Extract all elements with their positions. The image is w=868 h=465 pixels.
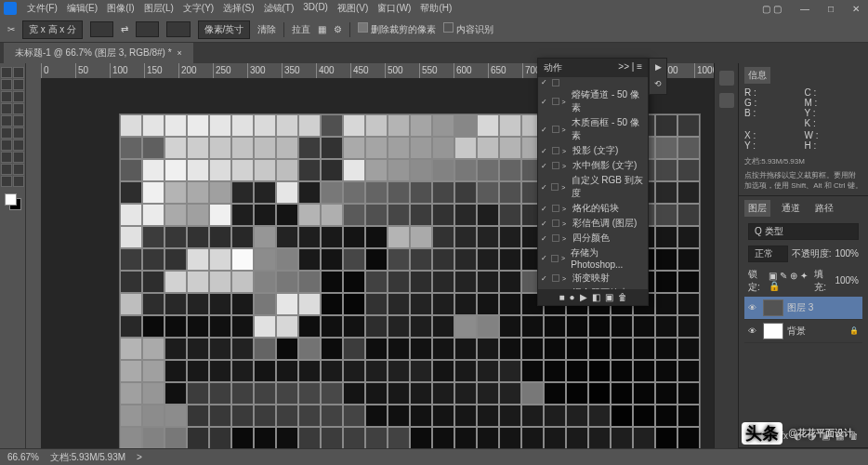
menu-item[interactable]: 文件(F)	[22, 0, 62, 17]
dodge-tool[interactable]	[13, 140, 24, 151]
repeat-action-icon[interactable]: ⟲	[652, 79, 664, 90]
menu-item[interactable]: 滤镜(T)	[259, 0, 299, 17]
expand-icon[interactable]: >	[562, 99, 570, 105]
lock-icons[interactable]: ▣ ✎ ⊕ ✦ 🔒	[769, 271, 810, 291]
layer-row[interactable]: 👁图层 3	[744, 297, 862, 320]
menu-item[interactable]: 图层(L)	[139, 0, 178, 17]
clear-button[interactable]: 清除	[257, 23, 276, 36]
gradient-tool[interactable]	[13, 127, 24, 139]
action-check[interactable]: ✓	[541, 126, 549, 134]
action-footer-icon[interactable]: ◧	[592, 292, 600, 302]
visibility-icon[interactable]: 👁	[748, 326, 759, 336]
tab-close-icon[interactable]: ×	[178, 48, 182, 58]
layers-tab[interactable]: 图层	[744, 200, 770, 217]
straighten-button[interactable]: 拉直	[292, 23, 310, 36]
expand-icon[interactable]: >	[562, 220, 570, 227]
type-tool[interactable]	[13, 152, 24, 163]
action-dialog-icon[interactable]	[551, 255, 559, 262]
properties-panel-icon[interactable]	[719, 93, 734, 108]
action-check[interactable]: ✓	[541, 274, 549, 283]
delete-cropped-checkbox[interactable]: 删除裁剪的像素	[358, 22, 436, 36]
info-tab[interactable]: 信息	[744, 67, 770, 84]
history-brush-tool[interactable]	[13, 115, 24, 126]
action-row[interactable]: ✓	[538, 77, 648, 87]
close-button[interactable]: ✕	[848, 2, 864, 16]
expand-icon[interactable]: >	[562, 126, 570, 133]
overlay-icon[interactable]: ▦	[318, 24, 326, 34]
maximize-button[interactable]: □	[823, 2, 838, 16]
action-dialog-icon[interactable]	[552, 162, 559, 169]
shape-tool[interactable]	[13, 164, 24, 175]
expand-icon[interactable]: >	[562, 235, 570, 242]
width-field[interactable]	[90, 21, 113, 37]
blur-tool[interactable]	[1, 140, 12, 151]
action-check[interactable]: ✓	[541, 254, 548, 262]
settings-icon[interactable]: ⚙	[334, 24, 342, 34]
opacity-value[interactable]: 100%	[835, 248, 859, 259]
height-field[interactable]	[136, 21, 159, 37]
action-dialog-icon[interactable]	[552, 219, 559, 227]
crop-tool[interactable]	[1, 91, 12, 102]
action-dialog-icon[interactable]	[551, 183, 559, 191]
action-dialog-icon[interactable]	[552, 147, 559, 154]
expand-icon[interactable]: >	[561, 184, 568, 191]
document-tab[interactable]: 未标题-1 @ 66.7% (图层 3, RGB/8#) * ×	[4, 42, 193, 63]
fill-value[interactable]: 100%	[835, 275, 859, 286]
action-dialog-icon[interactable]	[552, 234, 559, 242]
action-footer-icon[interactable]: ●	[570, 292, 575, 302]
eyedropper-tool[interactable]	[13, 91, 24, 102]
path-tool[interactable]	[1, 164, 12, 175]
zoom-level[interactable]: 66.67%	[7, 452, 39, 462]
layer-row[interactable]: 👁背景🔒	[744, 320, 862, 343]
action-check[interactable]: ✓	[541, 234, 549, 243]
eraser-tool[interactable]	[1, 127, 12, 139]
marquee-tool[interactable]	[13, 67, 24, 78]
action-dialog-icon[interactable]	[552, 205, 559, 212]
crop-preset[interactable]: 宽 x 高 x 分	[22, 20, 83, 39]
action-row[interactable]: ✓>木质画框 - 50 像素	[538, 115, 648, 143]
move-tool[interactable]	[1, 67, 12, 78]
action-footer-icon[interactable]: 🗑	[618, 292, 627, 302]
action-footer-icon[interactable]: ▣	[605, 292, 613, 302]
menu-item[interactable]: 文字(Y)	[178, 0, 218, 17]
brush-tool[interactable]	[13, 103, 24, 114]
play-action-icon[interactable]: ▶	[652, 62, 664, 73]
minimize-button[interactable]: —	[796, 2, 814, 16]
menu-item[interactable]: 视图(V)	[333, 0, 373, 17]
menu-item[interactable]: 3D(D)	[298, 0, 333, 17]
menu-item[interactable]: 选择(S)	[218, 0, 258, 17]
action-row[interactable]: ✓>水中倒影 (文字)	[538, 158, 648, 173]
visibility-icon[interactable]: 👁	[748, 303, 759, 312]
action-check[interactable]: ✓	[541, 147, 549, 155]
menu-item[interactable]: 窗口(W)	[373, 0, 415, 17]
expand-icon[interactable]: >	[562, 148, 570, 154]
hand-tool[interactable]	[1, 176, 12, 187]
action-row[interactable]: ✓>四分颜色	[538, 231, 648, 246]
channels-tab[interactable]: 通道	[778, 200, 804, 217]
action-row[interactable]: ✓>熔铸通道 - 50 像素	[538, 87, 648, 115]
swap-icon[interactable]: ⇄	[121, 24, 128, 34]
action-check[interactable]: ✓	[541, 183, 548, 192]
unit-select[interactable]: 像素/英寸	[198, 20, 251, 39]
stamp-tool[interactable]	[1, 115, 12, 126]
layer-filter[interactable]: Q 类型	[748, 223, 859, 240]
action-row[interactable]: ✓>烙化的铅块	[538, 201, 648, 216]
status-arrow-icon[interactable]: >	[137, 452, 142, 462]
expand-icon[interactable]: >	[562, 206, 570, 212]
action-row[interactable]: ✓>存储为 Photoshop...	[538, 246, 648, 271]
action-footer-icon[interactable]: ■	[559, 292, 564, 302]
menu-item[interactable]: 帮助(H)	[415, 0, 456, 17]
content-aware-checkbox[interactable]: 内容识别	[443, 22, 493, 36]
action-check[interactable]: ✓	[541, 98, 549, 106]
lasso-tool[interactable]	[1, 79, 12, 90]
action-dialog-icon[interactable]	[552, 126, 559, 133]
action-row[interactable]: ✓>彩信色调 (图层)	[538, 216, 648, 231]
extra-icons[interactable]: ▢ ▢	[757, 2, 786, 16]
actions-menu-icon[interactable]: >> | ≡	[618, 61, 642, 74]
action-row[interactable]: ✓>投影 (文字)	[538, 143, 648, 158]
expand-icon[interactable]: >	[561, 255, 568, 261]
action-row[interactable]: ✓>渐变映射	[538, 271, 648, 286]
pen-tool[interactable]	[1, 152, 12, 163]
paths-tab[interactable]: 路径	[811, 200, 837, 217]
action-check[interactable]: ✓	[541, 205, 549, 213]
